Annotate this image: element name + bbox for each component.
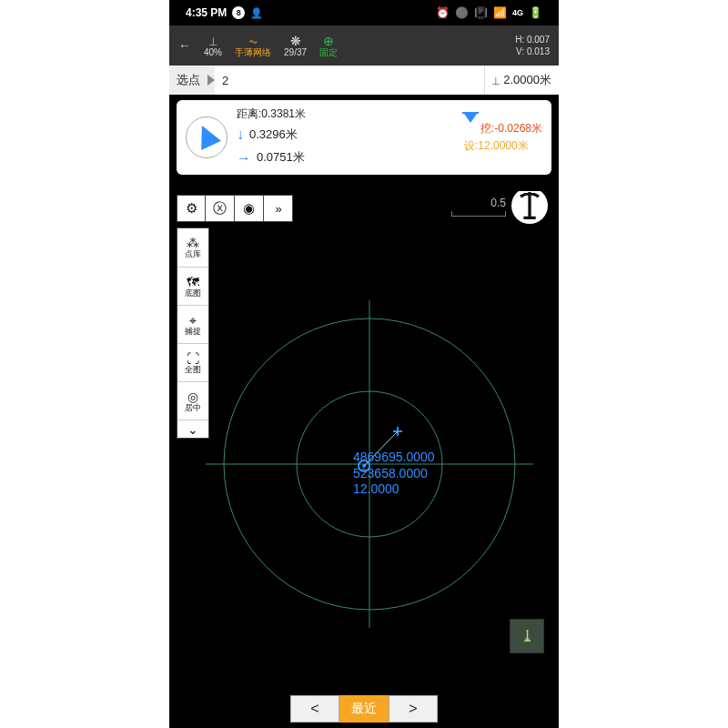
down-value: 0.3296米 bbox=[249, 126, 298, 145]
point-input[interactable] bbox=[215, 66, 484, 95]
scale-label: 0.5 bbox=[490, 197, 506, 209]
snap-button[interactable]: ⌖ 捕捉 bbox=[177, 305, 208, 343]
antenna-height-button[interactable]: ⟂ 2.0000米 bbox=[484, 66, 559, 95]
bottom-nav: < 最近 > bbox=[169, 690, 559, 728]
back-icon[interactable]: ← bbox=[178, 39, 191, 52]
antenna-height-value: 2.0000米 bbox=[503, 72, 551, 88]
gear-icon: ⚙ bbox=[186, 200, 197, 217]
compass-needle bbox=[192, 121, 221, 150]
expand-button[interactable]: » bbox=[264, 195, 293, 222]
target-icon: ⊕ bbox=[323, 35, 334, 47]
rss-icon: ⏦ bbox=[249, 35, 257, 47]
design-label: 设: bbox=[464, 139, 478, 152]
settings-button[interactable]: ⚙ bbox=[177, 195, 206, 222]
export-icon: ⤓ bbox=[521, 626, 534, 646]
map-canvas[interactable]: 4869695.0000 523658.0000 12.0000 0.5 ⤓ bbox=[169, 191, 559, 690]
clock: 4:35 PM bbox=[186, 6, 227, 19]
more-tools-button[interactable]: ⌄ bbox=[177, 420, 208, 438]
notif-badge: 8 bbox=[232, 6, 245, 19]
arrow-down-icon: ↓ bbox=[237, 123, 244, 147]
satellite-icon: ❋ bbox=[290, 35, 301, 47]
chevron-left-icon: < bbox=[310, 701, 318, 717]
vertical-toolbar: ⁂ 点库 🗺 底图 ⌖ 捕捉 ⛶ 全图 ◎ 居中 ⌄ bbox=[177, 228, 209, 439]
fullextent-button[interactable]: ⛶ 全图 bbox=[177, 343, 208, 381]
center-button[interactable]: ◎ 居中 bbox=[177, 381, 208, 420]
chevron-down-icon: ⌄ bbox=[187, 422, 198, 437]
map-icon: 🗺 bbox=[187, 276, 199, 288]
network-status[interactable]: ⏦ 手薄网络 bbox=[235, 35, 271, 57]
center-icon: ◎ bbox=[187, 390, 198, 403]
alarm-icon: ⏰ bbox=[436, 6, 450, 19]
antenna-ball-button[interactable] bbox=[511, 191, 548, 224]
chevron-right-icon: > bbox=[409, 701, 417, 717]
snap-icon: ⌖ bbox=[189, 314, 197, 327]
prev-button[interactable]: < bbox=[290, 695, 339, 723]
points-lib-button[interactable]: ⁂ 点库 bbox=[177, 228, 208, 267]
distance-label: 距离:0.3381米 bbox=[237, 106, 455, 123]
clear-button[interactable]: ⓧ bbox=[206, 195, 235, 222]
app-bar: ← ⟂ 40% ⏦ 手薄网络 ❋ 29/37 ⊕ 固定 H: 0.007 V: … bbox=[169, 25, 559, 66]
export-button[interactable]: ⤓ bbox=[510, 619, 544, 653]
point-select-bar: 选点 ⟂ 2.0000米 bbox=[169, 66, 559, 95]
network-icon: 4G bbox=[512, 8, 523, 17]
design-value: 12.0000米 bbox=[478, 139, 528, 152]
expand-icon: » bbox=[275, 202, 280, 216]
arrow-right-icon: → bbox=[237, 147, 251, 170]
north-button[interactable]: ◉ bbox=[235, 195, 264, 222]
map-tool-row: ⚙ ⓧ ◉ » bbox=[177, 195, 293, 222]
antenna-height-icon: ⟂ bbox=[492, 74, 500, 87]
fix-status[interactable]: ⊕ 固定 bbox=[319, 35, 338, 57]
next-button[interactable]: > bbox=[389, 695, 438, 723]
antenna-status[interactable]: ⟂ 40% bbox=[204, 35, 222, 57]
antenna-icon: ⟂ bbox=[209, 35, 217, 47]
antenna-ball-icon bbox=[511, 191, 548, 224]
x-circle-icon: ⓧ bbox=[213, 200, 227, 217]
dots-icon: ⁂ bbox=[187, 237, 199, 249]
cut-icon bbox=[464, 114, 477, 136]
precision-readout: H: 0.007 V: 0.013 bbox=[515, 34, 550, 57]
battery-icon: 🔋 bbox=[529, 6, 542, 19]
compass-indicator bbox=[186, 116, 228, 158]
right-value: 0.0751米 bbox=[257, 148, 305, 167]
coord-readout: 4869695.0000 523658.0000 12.0000 bbox=[353, 450, 435, 498]
dropdown-icon[interactable] bbox=[207, 75, 215, 86]
fullscreen-icon: ⛶ bbox=[187, 352, 199, 365]
signal-icon: 📶 bbox=[493, 6, 507, 19]
point-select-label: 选点 bbox=[169, 72, 207, 88]
person-icon: 👤 bbox=[250, 7, 263, 19]
compass-north-icon: ◉ bbox=[243, 200, 255, 217]
status-bar: 4:35 PM 8 👤 ⏰ ⚪ 📳 📶 4G 🔋 bbox=[169, 0, 559, 25]
vibrate-icon: 📳 bbox=[474, 6, 488, 19]
basemap-button[interactable]: 🗺 底图 bbox=[177, 267, 208, 305]
satellite-status[interactable]: ❋ 29/37 bbox=[284, 35, 307, 57]
cut-label: 挖: bbox=[480, 122, 494, 135]
stakeout-card: 距离:0.3381米 ↓ 0.3296米 → 0.0751米 挖:-0.0268… bbox=[177, 100, 551, 175]
cut-value: -0.0268米 bbox=[494, 122, 542, 135]
scale-bar bbox=[451, 211, 506, 217]
recent-button[interactable]: 最近 bbox=[339, 695, 389, 723]
bluetooth-icon: ⚪ bbox=[455, 6, 469, 19]
